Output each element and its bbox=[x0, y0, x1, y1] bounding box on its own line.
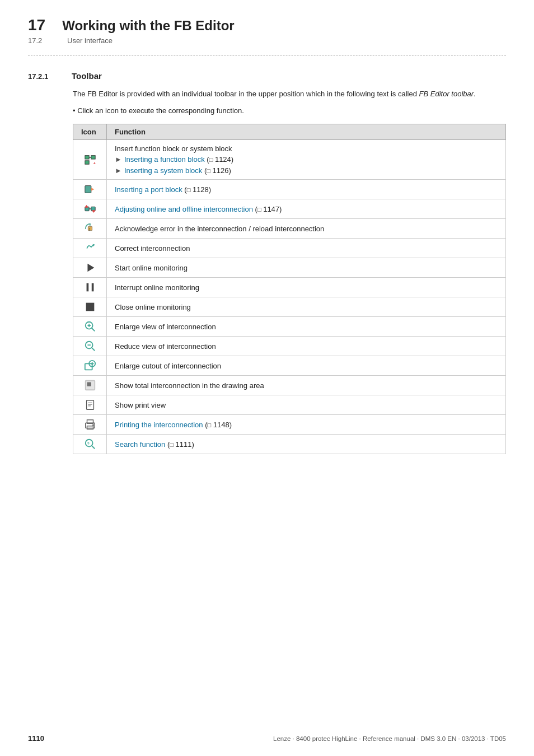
table-row: + Insert function block or system block►… bbox=[73, 139, 506, 180]
function-text: Enlarge cutout of interconnection bbox=[115, 362, 221, 370]
bullet-instruction: Click an icon to execute the correspondi… bbox=[73, 106, 506, 115]
function-text: Close online monitoring bbox=[115, 303, 191, 311]
function-text: Show total interconnection in the drawin… bbox=[115, 381, 264, 390]
svg-marker-15 bbox=[87, 264, 94, 272]
table-row: Start online monitoring bbox=[73, 258, 506, 278]
page-ref-icon: □ bbox=[170, 441, 174, 448]
footer-info: Lenze · 8400 protec HighLine · Reference… bbox=[273, 735, 506, 742]
table-row: Enlarge cutout of interconnection bbox=[73, 356, 506, 376]
table-row: Close online monitoring bbox=[73, 297, 506, 317]
svg-rect-0 bbox=[85, 156, 88, 159]
function-cell: Adjusting online and offline interconnec… bbox=[107, 199, 506, 219]
intro-italic: FB Editor toolbar bbox=[419, 90, 474, 98]
table-header-row: Icon Function bbox=[73, 124, 506, 139]
function-link-item: Inserting a port block (□ 1128) bbox=[115, 184, 498, 195]
col-header-icon: Icon bbox=[73, 124, 107, 139]
svg-marker-10 bbox=[85, 206, 88, 208]
function-cell: Enlarge view of interconnection bbox=[107, 317, 506, 337]
function-text: Reduce view of interconnection bbox=[115, 342, 216, 351]
enlarge-view-icon bbox=[73, 317, 107, 337]
table-row: ! Acknowledge error in the interconnecti… bbox=[73, 219, 506, 239]
svg-rect-5 bbox=[85, 186, 91, 193]
page-ref-icon: □ bbox=[209, 156, 213, 163]
table-row: Reduce view of interconnection bbox=[73, 337, 506, 356]
chapter-title: Working with the FB Editor bbox=[62, 18, 235, 34]
function-cell: Interrupt online monitoring bbox=[107, 278, 506, 297]
show-total-icon bbox=[73, 376, 107, 395]
reduce-view-icon bbox=[73, 337, 107, 356]
chapter-header: 17 Working with the FB Editor bbox=[28, 17, 506, 34]
table-row: Show print view bbox=[73, 395, 506, 415]
insert-block-icon: + bbox=[73, 139, 107, 180]
chapter-number: 17 bbox=[28, 17, 45, 34]
svg-marker-6 bbox=[91, 188, 94, 192]
svg-line-20 bbox=[91, 328, 95, 332]
interrupt-monitoring-icon bbox=[73, 278, 107, 297]
section-number: 17.2.1 bbox=[28, 72, 62, 81]
intro-paragraph: The FB Editor is provided with an indivi… bbox=[73, 88, 506, 100]
svg-line-24 bbox=[91, 348, 95, 351]
page-ref-icon: □ bbox=[187, 186, 191, 193]
adjust-interconnection-icon bbox=[73, 199, 107, 219]
page-ref-icon: □ bbox=[257, 206, 261, 213]
intro-text-after: . bbox=[474, 90, 476, 98]
function-text: Enlarge view of interconnection bbox=[115, 323, 216, 331]
table-row: ? Search function (□ 1111) bbox=[73, 435, 506, 454]
close-monitoring-icon bbox=[73, 297, 107, 317]
function-cell: Search function (□ 1111) bbox=[107, 435, 506, 454]
function-link-item: Printing the interconnection (□ 1148) bbox=[115, 419, 498, 431]
print-interconnection-icon bbox=[73, 415, 107, 435]
function-cell: Enlarge cutout of interconnection bbox=[107, 356, 506, 376]
show-print-icon bbox=[73, 395, 107, 415]
svg-rect-18 bbox=[86, 303, 94, 311]
svg-rect-16 bbox=[86, 283, 88, 292]
function-link[interactable]: Inserting a system block bbox=[124, 166, 202, 175]
function-link[interactable]: Inserting a function block bbox=[124, 155, 205, 164]
svg-rect-38 bbox=[87, 426, 93, 430]
svg-marker-11 bbox=[92, 211, 95, 213]
table-row: Adjusting online and offline interconnec… bbox=[73, 199, 506, 219]
function-text: Interrupt online monitoring bbox=[115, 283, 199, 292]
function-link-item: Search function (□ 1111) bbox=[115, 439, 498, 450]
col-header-function: Function bbox=[107, 124, 506, 139]
section-title: Toolbar bbox=[72, 71, 102, 81]
page-footer: 1110 Lenze · 8400 protec HighLine · Refe… bbox=[0, 734, 534, 743]
section-divider bbox=[28, 55, 506, 55]
function-cell: Acknowledge error in the interconnection… bbox=[107, 219, 506, 239]
subchapter-header: 17.2 User interface bbox=[28, 36, 506, 45]
function-link-item: ►Inserting a system block (□ 1126) bbox=[115, 165, 498, 176]
function-cell: Printing the interconnection (□ 1148) bbox=[107, 415, 506, 435]
table-row: Printing the interconnection (□ 1148) bbox=[73, 415, 506, 435]
svg-text:?: ? bbox=[87, 441, 90, 446]
function-cell: Inserting a port block (□ 1128) bbox=[107, 180, 506, 199]
svg-text:+: + bbox=[93, 161, 95, 166]
function-text: Correct interconnection bbox=[115, 244, 190, 253]
function-cell: Correct interconnection bbox=[107, 239, 506, 258]
function-text: Acknowledge error in the interconnection… bbox=[115, 225, 324, 233]
function-link[interactable]: Inserting a port block bbox=[115, 185, 182, 194]
toolbar-table: Icon Function + Insert function block or… bbox=[73, 124, 506, 455]
table-row: Interrupt online monitoring bbox=[73, 278, 506, 297]
svg-point-39 bbox=[92, 424, 94, 426]
svg-rect-17 bbox=[91, 283, 93, 292]
intro-text-before: The FB Editor is provided with an indivi… bbox=[73, 90, 419, 98]
search-function-icon: ? bbox=[73, 435, 107, 454]
svg-rect-1 bbox=[91, 156, 95, 159]
start-monitoring-icon bbox=[73, 258, 107, 278]
function-link-item: ►Inserting a function block (□ 1124) bbox=[115, 154, 498, 165]
svg-rect-32 bbox=[86, 400, 93, 410]
page-ref-icon: □ bbox=[208, 422, 212, 428]
page-number: 1110 bbox=[28, 734, 44, 743]
function-text: Insert function block or system block bbox=[115, 144, 232, 153]
function-cell: Show print view bbox=[107, 395, 506, 415]
function-link[interactable]: Adjusting online and offline interconnec… bbox=[115, 205, 253, 213]
function-link[interactable]: Printing the interconnection bbox=[115, 421, 203, 429]
arrow-icon: ► bbox=[115, 166, 122, 175]
section-heading: 17.2.1 Toolbar bbox=[28, 71, 506, 81]
svg-line-41 bbox=[91, 446, 95, 449]
function-text: Start online monitoring bbox=[115, 264, 188, 272]
subchapter-number: 17.2 bbox=[28, 36, 50, 45]
table-row: Show total interconnection in the drawin… bbox=[73, 376, 506, 395]
insert-port-icon bbox=[73, 180, 107, 199]
function-link[interactable]: Search function bbox=[115, 440, 165, 449]
